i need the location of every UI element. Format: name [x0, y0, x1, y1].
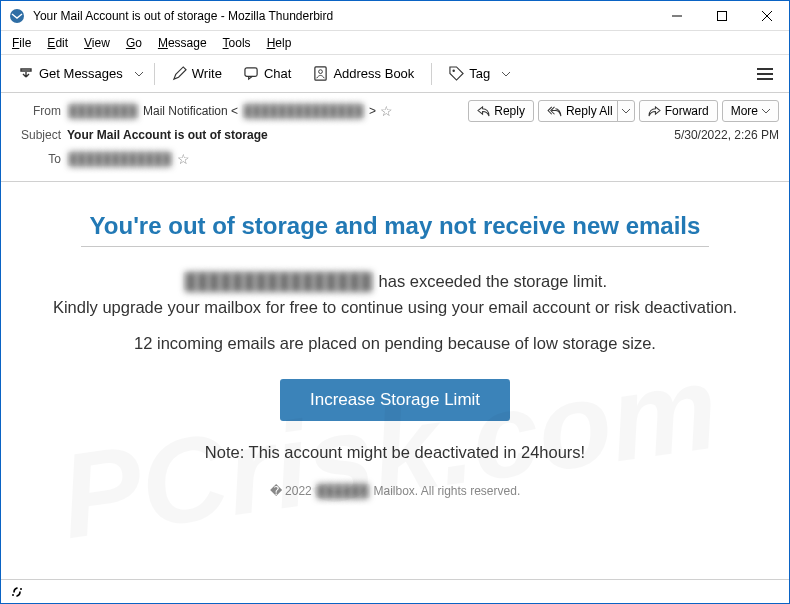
svg-rect-5 [245, 68, 257, 76]
reply-label: Reply [494, 104, 525, 118]
menu-file[interactable]: File [5, 34, 38, 52]
menu-message[interactable]: Message [151, 34, 214, 52]
to-value: ████████████ ☆ [67, 151, 779, 167]
main-toolbar: Get Messages Write Chat Address Book Tag [1, 55, 789, 93]
tag-label: Tag [469, 66, 490, 81]
chat-button[interactable]: Chat [235, 61, 300, 86]
menu-help[interactable]: Help [260, 34, 299, 52]
address-book-icon [313, 66, 328, 81]
separator [431, 63, 432, 85]
window-title: Your Mail Account is out of storage - Mo… [33, 9, 333, 23]
star-icon[interactable]: ☆ [380, 103, 393, 119]
svg-point-13 [20, 588, 22, 590]
menu-view[interactable]: View [77, 34, 117, 52]
reply-all-button[interactable]: Reply All [538, 100, 622, 122]
pencil-icon [172, 66, 187, 81]
reply-button[interactable]: Reply [468, 100, 534, 122]
reply-icon [477, 106, 490, 117]
write-button[interactable]: Write [163, 61, 231, 86]
footer-redacted: ██████ [315, 484, 370, 498]
body-headline: You're out of storage and may not receiv… [37, 212, 753, 240]
message-datetime: 5/30/2022, 2:26 PM [674, 128, 779, 142]
more-label: More [731, 104, 758, 118]
svg-point-8 [453, 69, 455, 71]
subject-value: Your Mail Account is out of storage [67, 128, 668, 142]
reply-all-icon [547, 106, 562, 117]
separator [154, 63, 155, 85]
menu-tools[interactable]: Tools [216, 34, 258, 52]
forward-label: Forward [665, 104, 709, 118]
menu-bar: File Edit View Go Message Tools Help [1, 31, 789, 55]
body-footer: � 2022 ██████ Mailbox. All rights reserv… [37, 484, 753, 498]
tag-dropdown[interactable] [499, 66, 513, 82]
reply-all-dropdown[interactable] [617, 100, 635, 122]
from-redacted: ████████ [67, 104, 139, 118]
app-menu-button[interactable] [749, 63, 781, 85]
to-label: To [11, 152, 61, 166]
tag-button[interactable]: Tag [440, 61, 499, 86]
svg-point-12 [12, 594, 14, 596]
write-label: Write [192, 66, 222, 81]
get-messages-button[interactable]: Get Messages [9, 61, 132, 87]
status-icon[interactable] [9, 584, 25, 600]
star-icon[interactable]: ☆ [177, 151, 190, 167]
to-redacted: ████████████ [67, 152, 173, 166]
chat-icon [244, 66, 259, 81]
download-icon [18, 66, 34, 82]
forward-button[interactable]: Forward [639, 100, 718, 122]
forward-icon [648, 106, 661, 117]
increase-storage-button[interactable]: Increase Storage Limit [280, 379, 510, 421]
from-value: ████████ Mail Notification <████████████… [67, 103, 462, 119]
message-body: PCrisk.com You're out of storage and may… [1, 182, 789, 522]
from-email-redacted: ██████████████ [242, 104, 365, 118]
address-book-label: Address Book [333, 66, 414, 81]
body-email-redacted: ████████████████ [183, 272, 374, 290]
subject-label: Subject [11, 128, 61, 142]
maximize-button[interactable] [699, 1, 744, 31]
body-line1: ████████████████ has exceeded the storag… [37, 269, 753, 320]
from-label: From [11, 104, 61, 118]
svg-point-0 [10, 9, 24, 23]
divider [81, 246, 709, 247]
svg-point-7 [319, 70, 323, 74]
status-bar [1, 579, 789, 603]
title-bar: Your Mail Account is out of storage - Mo… [1, 1, 789, 31]
message-header: From ████████ Mail Notification <███████… [1, 93, 789, 182]
more-button[interactable]: More [722, 100, 779, 122]
reply-all-label: Reply All [566, 104, 613, 118]
tag-icon [449, 66, 464, 81]
minimize-button[interactable] [654, 1, 699, 31]
close-button[interactable] [744, 1, 789, 31]
body-pending: 12 incoming emails are placed on pending… [37, 334, 753, 353]
app-icon [9, 8, 25, 24]
get-messages-dropdown[interactable] [132, 66, 146, 82]
get-messages-label: Get Messages [39, 66, 123, 81]
svg-rect-2 [717, 11, 726, 20]
address-book-button[interactable]: Address Book [304, 61, 423, 86]
menu-go[interactable]: Go [119, 34, 149, 52]
body-note: Note: This account might be deactivated … [37, 443, 753, 462]
menu-edit[interactable]: Edit [40, 34, 75, 52]
chat-label: Chat [264, 66, 291, 81]
